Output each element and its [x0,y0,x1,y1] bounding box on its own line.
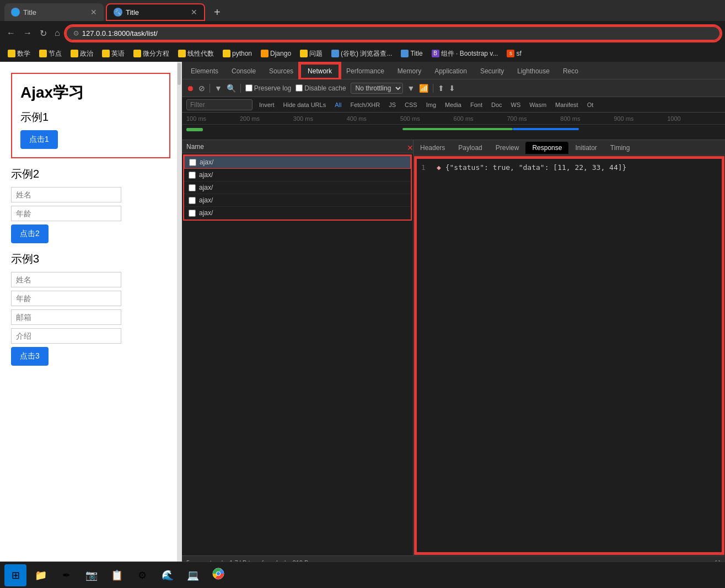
tab-lighthouse[interactable]: Lighthouse [511,65,556,79]
row-checkbox-1[interactable] [189,159,196,166]
webpage-scroll-thumb[interactable] [178,63,181,85]
upload-icon[interactable]: ⬆ [438,84,444,93]
bookmark-problem[interactable]: 问题 [297,48,326,60]
tab-performance[interactable]: Performance [340,65,391,79]
record-icon[interactable]: ⏺ [186,84,194,93]
download-icon[interactable]: ⬇ [449,84,455,93]
type-css[interactable]: CSS [402,100,420,109]
tab-application[interactable]: Application [428,65,474,79]
click2-button[interactable]: 点击2 [11,224,49,243]
hide-data-urls-button[interactable]: Hide data URLs [281,100,329,109]
tab-close-2[interactable]: ✕ [191,8,197,17]
response-tab-timing[interactable]: Timing [604,142,637,154]
type-wasm[interactable]: Wasm [527,100,549,109]
windows-start-button[interactable]: ⊞ [4,564,26,586]
network-row-4[interactable]: ajax/ [184,194,411,207]
network-table-area: Name ajax/ ajax/ [182,140,725,555]
row-checkbox-5[interactable] [189,210,196,217]
tab-security[interactable]: Security [474,65,511,79]
taskbar-notes[interactable]: 📋 [106,564,128,586]
tab-elements[interactable]: Elements [184,65,225,79]
taskbar-terminal[interactable]: 💻 [182,564,204,586]
type-font[interactable]: Font [468,100,485,109]
new-tab-button[interactable]: + [210,6,225,19]
bookmark-bootstrap[interactable]: B 组件 · Bootstrap v... [428,48,502,60]
row-checkbox-4[interactable] [189,197,196,204]
bookmark-python[interactable]: python [219,49,255,58]
tab-2[interactable]: 🔧 Title ✕ [106,3,205,21]
invert-button[interactable]: Invert [257,100,277,109]
example3-name-input[interactable] [11,272,121,287]
home-button[interactable]: ⌂ [52,26,62,40]
response-tab-response[interactable]: Response [525,142,568,154]
taskbar-files[interactable]: 📁 [30,564,52,586]
back-button[interactable]: ← [4,26,18,40]
network-row-5[interactable]: ajax/ [184,207,411,220]
network-row-1[interactable]: ajax/ [184,156,411,169]
tab-network[interactable]: Network [300,63,340,79]
filter-icon[interactable]: ▼ [214,84,222,93]
example3-age-input[interactable] [11,291,121,306]
search-icon[interactable]: 🔍 [227,84,236,93]
filter-input[interactable] [186,99,253,110]
network-row-3[interactable]: ajax/ [184,181,411,194]
taskbar-edit[interactable]: ✒ [55,564,77,586]
example2-name-input[interactable] [11,187,121,202]
tab-console[interactable]: Console [225,65,262,79]
bookmark-politics[interactable]: 政治 [67,48,96,60]
bookmark-math[interactable]: 数学 [4,48,34,60]
bookmark-title[interactable]: Title [398,49,426,58]
network-conditions-icon[interactable]: ▼ [407,84,415,93]
bookmark-node[interactable]: 节点 [36,48,65,60]
click3-button[interactable]: 点击3 [11,347,49,366]
bookmark-english[interactable]: 英语 [99,48,128,60]
bookmark-django[interactable]: Django [257,49,294,58]
click1-button[interactable]: 点击1 [20,130,58,149]
type-media[interactable]: Media [443,100,464,109]
type-manifest[interactable]: Manifest [553,100,581,109]
devtools-panel: Elements Console Sources Network Perform… [182,62,725,569]
tab-close-1[interactable]: ✕ [90,8,97,17]
tab-1[interactable]: 🌐 Title ✕ [4,3,104,21]
panel-close-icon[interactable]: ✕ [407,143,413,152]
taskbar-settings[interactable]: ⚙ [131,564,153,586]
type-js[interactable]: JS [386,100,398,109]
example3-email-input[interactable] [11,309,121,325]
type-all[interactable]: All [332,100,343,109]
windows-icon: ⊞ [12,569,20,581]
taskbar-camera[interactable]: 📷 [80,564,103,586]
disable-cache-checkbox[interactable] [296,84,303,92]
response-tab-payload[interactable]: Payload [452,142,488,154]
wifi-icon[interactable]: 📶 [419,84,428,93]
taskbar-chrome[interactable] [207,564,229,586]
tab-reco[interactable]: Reco [556,65,585,79]
bookmark-google[interactable]: (谷歌) 浏览器查... [328,48,395,60]
type-ws[interactable]: WS [509,100,523,109]
bookmark-label-linear: 线性代数 [187,49,214,58]
forward-button[interactable]: → [21,26,34,40]
type-img[interactable]: Img [424,100,438,109]
bookmark-differential[interactable]: 微分方程 [130,48,173,60]
webpage-scrollbar[interactable] [177,62,181,569]
clear-icon[interactable]: ⊘ [198,84,205,93]
row-checkbox-2[interactable] [189,172,196,179]
bookmark-linear[interactable]: 线性代数 [175,48,217,60]
tab-sources[interactable]: Sources [262,65,300,79]
example2-age-input[interactable] [11,206,121,221]
taskbar-wave[interactable]: 🌊 [157,564,179,586]
network-row-2[interactable]: ajax/ [184,169,411,181]
refresh-button[interactable]: ↻ [37,26,49,41]
throttle-select[interactable]: No throttling Slow 3G Fast 3G [351,83,403,94]
type-doc[interactable]: Doc [489,100,504,109]
response-tab-initiator[interactable]: Initiator [568,142,603,154]
type-fetch-xhr[interactable]: Fetch/XHR [348,100,382,109]
row-checkbox-3[interactable] [189,184,196,191]
preserve-log-checkbox[interactable] [245,84,253,92]
response-tab-preview[interactable]: Preview [489,142,526,154]
bookmark-sf[interactable]: s sf [503,49,524,58]
tab-memory[interactable]: Memory [391,65,428,79]
example3-intro-input[interactable] [11,328,121,344]
type-other[interactable]: Ot [585,100,596,109]
response-tab-headers[interactable]: Headers [413,142,452,154]
address-bar[interactable]: ⊙ 127.0.0.1:8000/task/list/ [66,26,721,41]
